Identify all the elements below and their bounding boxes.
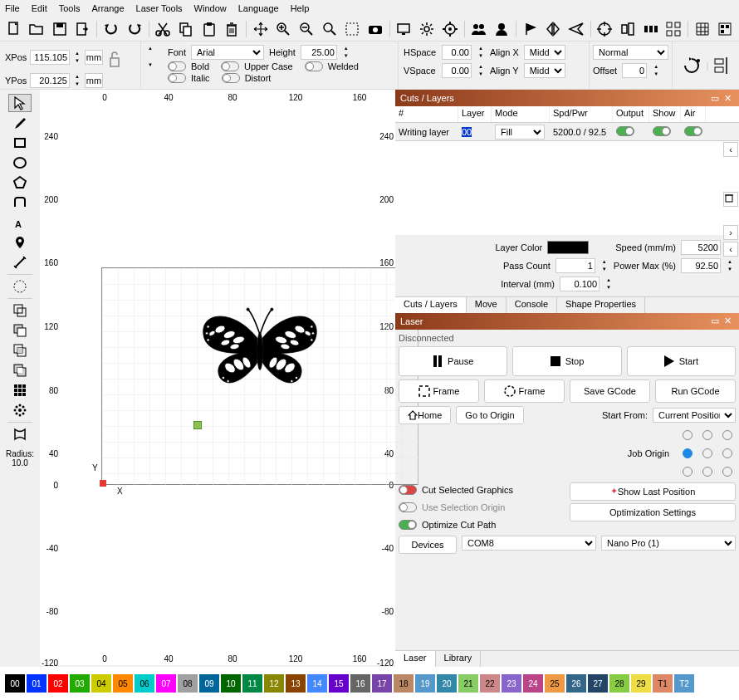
pan-icon[interactable] — [250, 18, 272, 40]
color-swatch-28[interactable]: 28 — [609, 674, 629, 693]
tab-cuts[interactable]: Cuts / Layers — [395, 297, 467, 313]
rotate-icon[interactable] — [682, 56, 702, 76]
dock-icon[interactable]: ▭ — [708, 93, 722, 104]
bool-union-icon[interactable] — [8, 301, 32, 320]
new-icon[interactable] — [3, 18, 25, 40]
import-icon[interactable] — [72, 18, 94, 40]
menu-language[interactable]: Language — [238, 3, 279, 13]
italic-toggle[interactable] — [168, 73, 186, 83]
stop-button[interactable]: Stop — [512, 346, 621, 376]
zoom-out-icon[interactable] — [296, 18, 317, 40]
target-icon[interactable] — [595, 18, 616, 40]
grid-icon[interactable] — [692, 18, 713, 40]
interval-input[interactable] — [560, 277, 600, 291]
cut-icon[interactable] — [153, 18, 174, 40]
ypos-spinner[interactable]: ▲▼ — [73, 73, 81, 88]
radial-tool[interactable] — [8, 401, 32, 419]
cut-selected-toggle[interactable] — [399, 485, 417, 495]
lock-icon[interactable] — [108, 45, 121, 70]
welded-toggle[interactable] — [305, 61, 323, 71]
color-swatch-21[interactable]: 21 — [458, 674, 478, 693]
chevron-left-icon[interactable]: ‹ — [723, 242, 738, 257]
normal-select[interactable]: Normal — [593, 45, 668, 60]
color-swatch-25[interactable]: 25 — [545, 674, 565, 693]
dock-icon[interactable]: ▭ — [708, 316, 722, 326]
start-button[interactable]: Start — [627, 346, 736, 376]
home-button[interactable]: Home — [399, 406, 451, 424]
undo-icon[interactable] — [100, 18, 122, 40]
bold-toggle[interactable] — [168, 61, 186, 71]
menu-window[interactable]: Window — [194, 3, 227, 13]
distribute-icon[interactable] — [640, 18, 662, 40]
close-icon[interactable]: ✕ — [722, 93, 734, 104]
array-icon[interactable] — [663, 18, 684, 40]
xpos-spinner[interactable]: ▲▼ — [73, 50, 81, 65]
color-swatch-27[interactable]: 27 — [588, 674, 608, 693]
menu-tools[interactable]: Tools — [59, 3, 81, 13]
marker-tool[interactable] — [8, 233, 32, 252]
vspace-input[interactable] — [442, 63, 472, 78]
show-last-button[interactable]: ✦Show Last Position — [570, 482, 736, 501]
menu-edit[interactable]: Edit — [32, 3, 47, 13]
color-swatch-18[interactable]: 18 — [394, 674, 414, 693]
aligny-select[interactable]: Middle — [524, 63, 565, 78]
color-swatch-04[interactable]: 04 — [91, 674, 111, 693]
layer-row[interactable]: Writing layer 00 Fill 5200.0 / 92.5 — [395, 123, 739, 141]
use-selection-toggle[interactable] — [399, 502, 417, 512]
paste-icon[interactable] — [198, 18, 220, 40]
color-swatch-16[interactable]: 16 — [350, 674, 370, 693]
color-swatch-20[interactable]: 20 — [437, 674, 457, 693]
tab-library[interactable]: Library — [436, 651, 482, 667]
nest-icon[interactable] — [715, 18, 737, 40]
save-gcode-button[interactable]: Save GCode — [570, 379, 650, 403]
color-swatch-12[interactable]: 12 — [264, 674, 284, 693]
color-swatch-17[interactable]: 17 — [372, 674, 392, 693]
warp-tool[interactable] — [8, 425, 32, 443]
color-swatch-09[interactable]: 09 — [199, 674, 219, 693]
upper-toggle[interactable] — [221, 61, 239, 71]
color-swatch-06[interactable]: 06 — [135, 674, 154, 693]
open-icon[interactable] — [27, 18, 48, 40]
frame2-button[interactable]: Frame — [484, 379, 565, 403]
tab-console[interactable]: Console — [507, 297, 557, 313]
tab-laser[interactable]: Laser — [395, 651, 436, 667]
align-right-icon[interactable] — [713, 56, 730, 76]
xpos-input[interactable] — [30, 50, 70, 65]
bool-sub-icon[interactable] — [8, 321, 32, 340]
font-select[interactable]: Arial — [191, 45, 264, 60]
layer-color-swatch[interactable] — [547, 241, 589, 254]
menu-laser-tools[interactable]: Laser Tools — [136, 3, 183, 13]
color-swatch-07[interactable]: 07 — [156, 674, 176, 693]
camera-icon[interactable] — [365, 18, 386, 40]
measure-tool[interactable] — [8, 253, 32, 272]
color-swatch-00[interactable]: 00 — [5, 674, 25, 693]
speed-input[interactable] — [681, 240, 721, 255]
text-tool[interactable]: A — [8, 213, 32, 232]
canvas[interactable]: 04080120160 04080120160 2402001601208040… — [40, 90, 395, 665]
tab-tool[interactable] — [8, 193, 32, 212]
power-input[interactable] — [681, 258, 721, 273]
goto-origin-button[interactable]: Go to Origin — [456, 406, 523, 424]
mode-select[interactable]: Fill — [495, 125, 545, 140]
pass-input[interactable] — [555, 258, 595, 273]
tab-shape[interactable]: Shape Properties — [557, 297, 645, 313]
tab-move[interactable]: Move — [467, 297, 507, 313]
start-from-select[interactable]: Current Position — [653, 408, 736, 423]
gear-icon[interactable] — [416, 18, 438, 40]
height-input[interactable] — [301, 45, 337, 60]
settings-icon[interactable] — [439, 18, 461, 40]
pause-button[interactable]: Pause — [399, 346, 507, 376]
air-toggle[interactable] — [684, 126, 702, 136]
bool-int-icon[interactable] — [8, 341, 32, 360]
rect-tool[interactable] — [8, 134, 32, 152]
zoom-in-icon[interactable] — [273, 18, 295, 40]
hspace-input[interactable] — [442, 45, 472, 60]
color-swatch-15[interactable]: 15 — [329, 674, 349, 693]
color-swatch-13[interactable]: 13 — [286, 674, 306, 693]
output-toggle[interactable] — [616, 126, 634, 136]
select-tool[interactable] — [8, 94, 32, 112]
menu-help[interactable]: Help — [291, 3, 310, 13]
color-swatch-19[interactable]: 19 — [415, 674, 435, 693]
distort-toggle[interactable] — [222, 73, 240, 83]
mirror-h-icon[interactable] — [542, 18, 564, 40]
